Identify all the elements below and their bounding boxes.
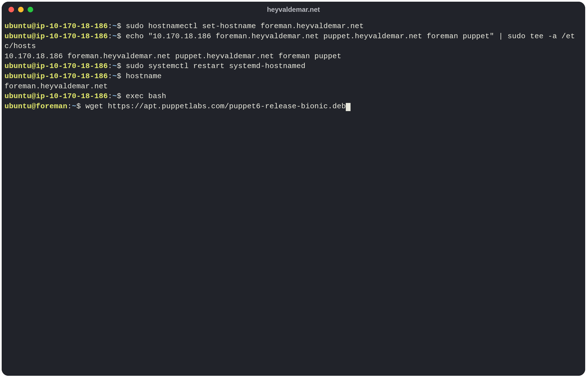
command-text: sudo systemctl restart systemd-hostnamed <box>126 62 306 70</box>
prompt-dollar: $ <box>76 102 85 111</box>
minimize-window-button[interactable] <box>18 7 24 12</box>
prompt-dollar: $ <box>117 92 126 100</box>
prompt-host: ip-10-170-18-186 <box>36 92 108 100</box>
prompt-at: @ <box>32 102 36 111</box>
terminal-line-prompt: ubuntu@ip-10-170-18-186:~$ echo "10.170.… <box>5 32 583 51</box>
prompt-path: ~ <box>112 62 117 70</box>
prompt-colon: : <box>108 72 112 80</box>
output-text: foreman.heyvaldemar.net <box>5 82 108 91</box>
prompt-colon: : <box>108 92 112 100</box>
window-title: heyvaldemar.net <box>2 6 585 14</box>
prompt-path: ~ <box>112 92 117 100</box>
prompt-colon: : <box>108 62 112 70</box>
prompt-user: ubuntu <box>5 92 32 100</box>
prompt-dollar: $ <box>117 62 126 70</box>
prompt-path: ~ <box>112 32 117 40</box>
prompt-at: @ <box>32 62 36 70</box>
terminal-line-prompt: ubuntu@foreman:~$ wget https://apt.puppe… <box>5 102 583 112</box>
prompt-dollar: $ <box>117 32 126 40</box>
zoom-window-button[interactable] <box>28 7 33 12</box>
prompt-host: ip-10-170-18-186 <box>36 62 108 70</box>
prompt-user: ubuntu <box>5 72 32 80</box>
prompt-at: @ <box>32 92 36 100</box>
text-cursor <box>346 103 350 111</box>
prompt-user: ubuntu <box>5 102 32 111</box>
prompt-dollar: $ <box>117 72 126 80</box>
close-window-button[interactable] <box>8 7 14 12</box>
prompt-host: foreman <box>36 102 68 111</box>
terminal-line-prompt: ubuntu@ip-10-170-18-186:~$ sudo systemct… <box>5 61 583 71</box>
command-text: sudo hostnamectl set-hostname foreman.he… <box>126 22 364 30</box>
prompt-at: @ <box>32 72 36 80</box>
prompt-path: ~ <box>112 22 117 30</box>
prompt-colon: : <box>108 22 112 30</box>
prompt-user: ubuntu <box>5 22 32 30</box>
prompt-colon: : <box>68 102 72 111</box>
prompt-host: ip-10-170-18-186 <box>36 22 108 30</box>
output-text: 10.170.18.186 foreman.heyvaldemar.net pu… <box>5 52 341 60</box>
prompt-host: ip-10-170-18-186 <box>36 72 108 80</box>
terminal-line-output: foreman.heyvaldemar.net <box>5 82 583 92</box>
prompt-host: ip-10-170-18-186 <box>36 32 108 40</box>
terminal-line-output: 10.170.18.186 foreman.heyvaldemar.net pu… <box>5 51 583 62</box>
prompt-path: ~ <box>112 72 117 80</box>
prompt-at: @ <box>32 32 36 40</box>
command-text: hostname <box>126 72 162 80</box>
prompt-user: ubuntu <box>5 62 32 70</box>
terminal-line-prompt: ubuntu@ip-10-170-18-186:~$ sudo hostname… <box>5 21 583 32</box>
prompt-colon: : <box>108 32 112 40</box>
terminal-window: heyvaldemar.net ubuntu@ip-10-170-18-186:… <box>2 2 585 376</box>
window-titlebar: heyvaldemar.net <box>2 2 585 17</box>
command-text: wget https://apt.puppetlabs.com/puppet6-… <box>85 102 346 111</box>
traffic-lights <box>8 7 33 12</box>
command-text: exec bash <box>126 92 166 100</box>
prompt-dollar: $ <box>117 22 126 30</box>
prompt-at: @ <box>32 22 36 30</box>
terminal-output-area[interactable]: ubuntu@ip-10-170-18-186:~$ sudo hostname… <box>2 17 585 114</box>
terminal-line-prompt: ubuntu@ip-10-170-18-186:~$ hostname <box>5 71 583 82</box>
prompt-path: ~ <box>72 102 77 111</box>
prompt-user: ubuntu <box>5 32 32 40</box>
terminal-line-prompt: ubuntu@ip-10-170-18-186:~$ exec bash <box>5 91 583 102</box>
